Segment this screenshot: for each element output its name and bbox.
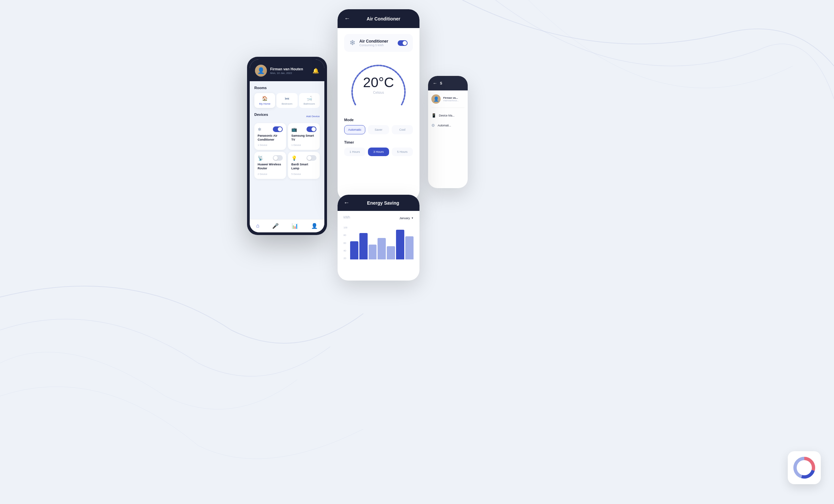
right-content: 👤 Firman va... mainvanhous... 📱 Device M… [428, 90, 468, 132]
timer-label: Timer [344, 140, 413, 144]
timer-1h[interactable]: 1 Hours [344, 147, 365, 156]
y-label-20: 20 [344, 257, 348, 259]
device-card-lamp: 💡 Bardi Smart Lamp 5 Device [288, 152, 320, 179]
ac-device-text: Air Conditioner Consuming 5 kWh [359, 39, 388, 47]
device-card-ac: ❄ Panasonic Air Conditioner 1 Device [254, 123, 286, 150]
nav-user[interactable]: 👤 [311, 223, 318, 229]
nav-home[interactable]: ⌂ [256, 223, 260, 229]
bar-2 [359, 233, 368, 259]
bar-1 [350, 241, 358, 259]
timer-3h[interactable]: 3 Hours [368, 147, 389, 156]
right-menu-automatic-label: Automati... [438, 124, 451, 127]
mode-saver[interactable]: Saver [368, 125, 389, 134]
bar-3 [369, 245, 377, 259]
main-content: Rooms 🏠 My Home 🛏 Bedroom 🛁 Bathroom Dev… [250, 81, 324, 219]
automation-icon: ⚙ [431, 123, 435, 128]
tab-bedroom-label: Bedroom [282, 102, 292, 105]
ac-power-toggle[interactable] [398, 40, 408, 46]
energy-header: ← Energy Saving [337, 195, 419, 211]
energy-kwh-label: kWh [344, 215, 350, 219]
right-back-button[interactable]: ← [433, 81, 437, 86]
bell-icon[interactable]: 🔔 [312, 68, 319, 74]
right-user-row: 👤 Firman va... mainvanhous... [431, 94, 464, 108]
right-header: ← S [428, 76, 468, 90]
bar-5 [387, 246, 395, 259]
energy-month-label: January [399, 216, 410, 220]
main-header: 👤 Firman van Houten Mon, 10 Jan, 2022 🔔 [250, 60, 324, 81]
lamp-toggle[interactable] [307, 155, 316, 161]
right-user-text: Firman va... mainvanhous... [443, 96, 459, 102]
router-count: 2 Device [258, 173, 283, 176]
temperature-unit: Celsius [363, 91, 394, 94]
mode-section: Mode Automatic Saver Cool [344, 118, 413, 134]
energy-panel: ← Energy Saving kWh January ▼ 100 80 60 … [337, 195, 419, 280]
rooms-title: Rooms [254, 86, 320, 90]
lamp-count: 5 Device [291, 173, 316, 176]
ac-toggle[interactable] [273, 127, 283, 132]
ac-content: ❄ Air Conditioner Consuming 5 kWh 20°C C… [337, 28, 419, 200]
energy-back-button[interactable]: ← [344, 199, 349, 206]
bar-4 [377, 238, 386, 259]
donut-chart [791, 455, 817, 481]
lamp-name: Bardi Smart Lamp [291, 163, 316, 170]
right-panel: ← S 👤 Firman va... mainvanhous... 📱 Devi… [428, 76, 468, 188]
ac-device-sub: Consuming 5 kWh [359, 44, 388, 47]
device-card-router: 📡 Huawei Wireless Router 2 Device [254, 152, 286, 179]
ac-header: ← Air Conditioner [337, 9, 419, 28]
tv-name: Samsung Smart TV [291, 134, 316, 142]
router-name: Huawei Wireless Router [258, 163, 283, 170]
devices-title: Devices [254, 113, 268, 116]
temp-circle: 20°C Celsius [349, 59, 408, 111]
add-device-link[interactable]: Add Device [306, 115, 320, 118]
tab-bedroom[interactable]: 🛏 Bedroom [277, 93, 297, 108]
devices-header: Devices Add Device [254, 113, 320, 120]
avatar-face: 👤 [255, 65, 267, 76]
main-phone: 👤 Firman van Houten Mon, 10 Jan, 2022 🔔 … [247, 57, 327, 235]
ac-device-icon: ❄ [349, 39, 355, 47]
chart-bars [350, 226, 414, 259]
lamp-icon: 💡 [291, 156, 297, 161]
nav-mic[interactable]: 🎤 [272, 223, 279, 229]
right-menu-device[interactable]: 📱 Device Ma... [431, 113, 464, 118]
energy-chart: 100 80 60 40 20 [344, 223, 414, 259]
user-text: Firman van Houten Mon, 10 Jan, 2022 [270, 67, 303, 74]
mode-label: Mode [344, 118, 413, 122]
bedroom-tab-icon: 🛏 [285, 96, 289, 101]
ac-name: Panasonic Air Conditioner [258, 134, 283, 142]
y-label-40: 40 [344, 250, 348, 252]
tv-toggle[interactable] [307, 127, 316, 132]
ac-icon: ❄ [258, 127, 262, 132]
ac-back-button[interactable]: ← [344, 15, 350, 22]
y-label-60: 60 [344, 242, 348, 244]
tv-icon: 📺 [291, 127, 297, 132]
mode-automatic[interactable]: Automatic [344, 125, 365, 134]
right-menu-device-label: Device Ma... [439, 114, 455, 117]
user-date: Mon, 10 Jan, 2022 [270, 72, 303, 75]
bar-6 [396, 230, 404, 259]
timer-5h[interactable]: 5 Hours [392, 147, 413, 156]
devices-grid: ❄ Panasonic Air Conditioner 1 Device 📺 S… [254, 123, 320, 179]
right-user-name: Firman va... [443, 96, 459, 99]
router-icon: 📡 [258, 156, 263, 161]
ac-device-info: ❄ Air Conditioner Consuming 5 kWh [349, 39, 388, 47]
nav-stats[interactable]: 📊 [292, 223, 298, 229]
donut-chart-card [788, 451, 821, 484]
timer-section: Timer 1 Hours 3 Hours 5 Hours [344, 140, 413, 156]
tab-my-home[interactable]: 🏠 My Home [254, 93, 275, 108]
tab-bathroom[interactable]: 🛁 Bathroom [299, 93, 320, 108]
ac-device-row: ❄ Air Conditioner Consuming 5 kWh [344, 34, 413, 52]
chevron-down-icon: ▼ [411, 217, 414, 219]
y-label-80: 80 [344, 234, 348, 236]
timer-buttons: 1 Hours 3 Hours 5 Hours [344, 147, 413, 156]
bar-7 [405, 236, 414, 259]
router-toggle[interactable] [273, 155, 283, 161]
mode-cool[interactable]: Cool [392, 125, 413, 134]
right-menu-automatic[interactable]: ⚙ Automati... [431, 123, 464, 128]
bottom-nav: ⌂ 🎤 📊 👤 [250, 219, 324, 232]
home-tab-icon: 🏠 [262, 96, 267, 101]
ac-count: 1 Device [258, 143, 283, 146]
device-management-icon: 📱 [431, 113, 436, 118]
temperature-value: 20°C [363, 75, 394, 89]
device-card-tv: 📺 Samsung Smart TV 1 Device [288, 123, 320, 150]
energy-title: Energy Saving [353, 200, 414, 206]
